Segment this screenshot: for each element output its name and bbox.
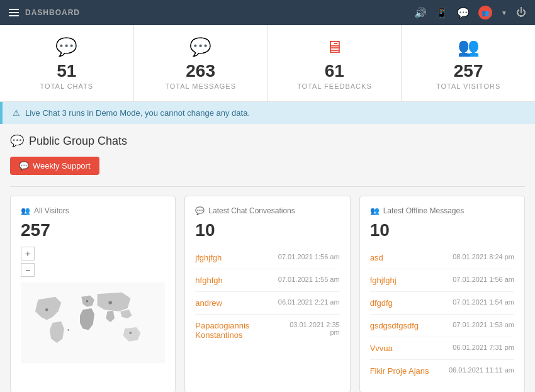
stat-total-feedbacks: 🖥 61 TOTAL FEEDBACKS: [268, 25, 402, 101]
chat-time: 07.01.2021 1:56 am: [278, 253, 340, 260]
latest-offline-panel: 👥 Latest Offline Messages 10 asd 08.01.2…: [359, 196, 525, 392]
chat-icon[interactable]: 💬: [457, 7, 470, 19]
offline-name[interactable]: fghjfghj: [370, 276, 397, 285]
offline-time: 06.01.2021 11:11 am: [449, 366, 514, 374]
header-title: DASHBOARD: [25, 8, 80, 17]
offline-name[interactable]: Fikir Proje Ajans: [370, 366, 429, 376]
list-item: Vvvua 06.01.2021 7:31 pm: [370, 337, 514, 360]
user-dropdown-arrow[interactable]: ▼: [501, 9, 507, 16]
list-item: Fikir Proje Ajans 06.01.2021 11:11 am: [370, 360, 514, 382]
chat-name[interactable]: jfghjfgh: [195, 253, 222, 262]
latest-chats-list: jfghjfgh 07.01.2021 1:56 am hfghfgh 07.0…: [195, 247, 339, 346]
latest-chats-count: 10: [195, 220, 339, 240]
offline-time: 06.01.2021 7:31 pm: [453, 344, 514, 351]
list-item: jfghjfgh 07.01.2021 1:56 am: [195, 247, 339, 269]
svg-point-2: [86, 300, 89, 303]
offline-time: 07.01.2021 1:54 am: [453, 298, 514, 306]
panel-row: 👥 All Visitors 257 + −: [10, 196, 525, 392]
content: 💬 Public Group Chats 💬 Weekly Support 👥 …: [0, 124, 535, 392]
visitors-panel-icon: 👥: [21, 206, 30, 215]
weekly-support-button[interactable]: 💬 Weekly Support: [10, 157, 99, 175]
chats-icon: 💬: [55, 36, 77, 57]
header-left: DASHBOARD: [9, 8, 80, 17]
mobile-icon[interactable]: 📱: [436, 7, 448, 19]
all-visitors-panel: 👥 All Visitors 257 + −: [10, 196, 176, 392]
messages-icon: 💬: [189, 36, 211, 57]
visitors-label: TOTAL VISITORS: [436, 82, 500, 90]
list-item: asd 08.01.2021 8:24 pm: [370, 247, 514, 269]
chats-label: TOTAL CHATS: [40, 82, 94, 90]
latest-chats-icon: 💬: [195, 206, 205, 215]
messages-number: 263: [186, 61, 215, 81]
list-item: fghjfghj 07.01.2021 1:56 am: [370, 269, 514, 292]
latest-offline-list: asd 08.01.2021 8:24 pm fghjfghj 07.01.20…: [370, 247, 514, 382]
offline-time: 08.01.2021 8:24 pm: [453, 253, 514, 260]
svg-point-3: [108, 301, 112, 305]
map-zoom-in[interactable]: +: [21, 247, 35, 260]
list-item: gsdgsdfgsdfg 07.01.2021 1:53 am: [370, 315, 514, 337]
list-item: Papadogiannis Konstantinos 03.01.2021 2:…: [195, 315, 339, 346]
header-right: 🔊 📱 💬 👥 ▼ ⏻: [414, 6, 526, 20]
feedbacks-label: TOTAL FEEDBACKS: [297, 82, 372, 90]
svg-point-1: [45, 308, 48, 311]
public-chats-icon: 💬: [10, 134, 24, 148]
chat-time: 03.01.2021 2:35 pm: [286, 321, 339, 336]
offline-name[interactable]: Vvvua: [370, 344, 393, 353]
all-visitors-header: 👥 All Visitors: [21, 206, 165, 215]
messages-label: TOTAL MESSAGES: [165, 82, 236, 90]
offline-name[interactable]: asd: [370, 253, 383, 262]
stats-bar: 💬 51 TOTAL CHATS 💬 263 TOTAL MESSAGES 🖥 …: [0, 25, 535, 102]
svg-point-5: [67, 329, 69, 331]
chats-number: 51: [57, 61, 76, 81]
latest-offline-icon: 👥: [370, 206, 380, 215]
latest-chats-label: Latest Chat Convesations: [208, 206, 295, 215]
section-title-public-chats: 💬 Public Group Chats: [10, 134, 525, 148]
visitors-number: 257: [454, 61, 483, 81]
header: DASHBOARD 🔊 📱 💬 👥 ▼ ⏻: [0, 0, 535, 25]
tag-label: Weekly Support: [33, 161, 91, 171]
map-zoom-out[interactable]: −: [21, 263, 35, 277]
alert-bar: ⚠ Live Chat 3 runs in Demo Mode, you can…: [0, 102, 535, 124]
section-title-text: Public Group Chats: [29, 135, 127, 148]
user-avatar[interactable]: 👥: [478, 6, 492, 20]
alert-message: Live Chat 3 runs in Demo Mode, you canno…: [25, 108, 250, 118]
svg-point-4: [129, 332, 132, 334]
visitors-panel-label: All Visitors: [34, 206, 69, 215]
chat-time: 06.01.2021 2:21 am: [278, 298, 340, 306]
latest-offline-label: Latest Offline Messages: [383, 206, 465, 215]
chat-name[interactable]: hfghfgh: [195, 276, 222, 285]
offline-time: 07.01.2021 1:56 am: [453, 276, 514, 283]
feedbacks-icon: 🖥: [325, 36, 343, 57]
volume-icon[interactable]: 🔊: [414, 7, 427, 19]
tag-icon: 💬: [19, 161, 29, 171]
list-item: hfghfgh 07.01.2021 1:55 am: [195, 269, 339, 292]
chat-name[interactable]: Papadogiannis Konstantinos: [195, 321, 286, 340]
chat-name[interactable]: andrew: [195, 298, 222, 308]
visitors-panel-count: 257: [21, 220, 165, 240]
stat-total-visitors: 👥 257 TOTAL VISITORS: [402, 25, 535, 101]
latest-chats-panel: 💬 Latest Chat Convesations 10 jfghjfgh 0…: [184, 196, 350, 392]
section-divider: [10, 186, 525, 187]
world-map: [21, 282, 165, 364]
latest-chats-header: 💬 Latest Chat Convesations: [195, 206, 339, 215]
latest-offline-count: 10: [370, 220, 514, 240]
stat-total-messages: 💬 263 TOTAL MESSAGES: [134, 25, 268, 101]
power-icon[interactable]: ⏻: [516, 7, 526, 18]
list-item: andrew 06.01.2021 2:21 am: [195, 292, 339, 315]
list-item: dfgdfg 07.01.2021 1:54 am: [370, 292, 514, 315]
offline-name[interactable]: gsdgsdfgsdfg: [370, 321, 419, 330]
alert-icon: ⚠: [13, 108, 20, 118]
stat-total-chats: 💬 51 TOTAL CHATS: [0, 25, 134, 101]
latest-offline-header: 👥 Latest Offline Messages: [370, 206, 514, 215]
hamburger-menu[interactable]: [9, 9, 19, 16]
offline-time: 07.01.2021 1:53 am: [453, 321, 514, 328]
feedbacks-number: 61: [325, 61, 344, 81]
chat-time: 07.01.2021 1:55 am: [278, 276, 340, 283]
map-controls: + −: [21, 247, 165, 277]
visitors-icon: 👥: [458, 36, 480, 57]
offline-name[interactable]: dfgdfg: [370, 298, 393, 308]
